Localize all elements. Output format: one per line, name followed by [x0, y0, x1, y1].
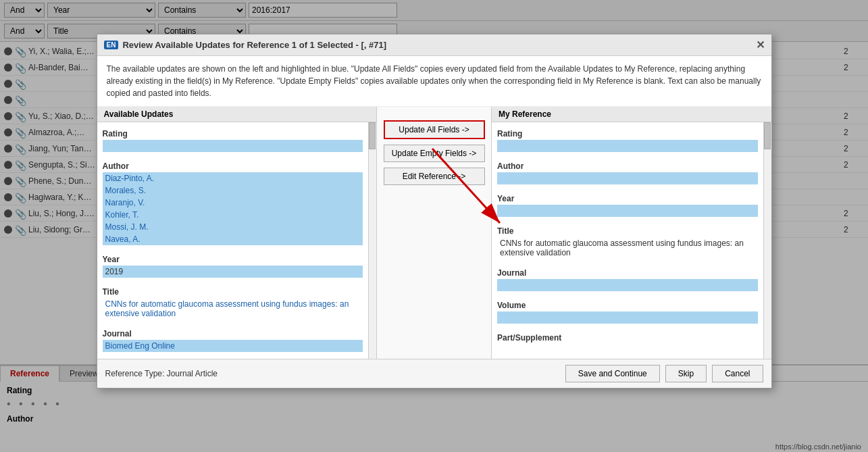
- modal-footer: Reference Type: Journal Article Save and…: [97, 359, 771, 388]
- available-updates-panel: Available Updates Rating Author Diaz: [97, 107, 378, 359]
- my-title-section: Title CNNs for automatic glaucoma assess…: [492, 220, 763, 261]
- available-panel-header: Available Updates: [97, 107, 377, 122]
- main-window: And Year Contains And Title Contains 📎 Y…: [0, 0, 868, 452]
- my-journal-value: [497, 279, 758, 291]
- my-rating-section: Rating: [492, 122, 763, 155]
- save-and-continue-button[interactable]: Save and Continue: [565, 365, 660, 382]
- my-rating-label: Rating: [497, 129, 758, 139]
- modal-title-bar: EN Review Available Updates for Referenc…: [97, 34, 771, 56]
- available-journal-value: Biomed Eng Online: [103, 340, 363, 352]
- available-title-value: CNNs for automatic glaucoma assessment u…: [103, 298, 363, 320]
- available-journal-section: Journal Biomed Eng Online: [97, 322, 369, 355]
- update-empty-fields-button[interactable]: Update Empty Fields ->: [384, 145, 485, 162]
- my-ref-panel-header: My Reference: [492, 107, 771, 122]
- modal-close-button[interactable]: ✕: [756, 39, 765, 51]
- footer-buttons: Save and Continue Skip Cancel: [565, 365, 763, 382]
- cancel-button[interactable]: Cancel: [712, 365, 763, 382]
- my-author-section: Author: [492, 155, 763, 187]
- ref-type-label: Reference Type: Journal Article: [105, 369, 218, 378]
- available-title-label: Title: [103, 287, 363, 297]
- my-ref-scrollbar[interactable]: [763, 122, 771, 359]
- my-volume-section: Volume: [492, 294, 763, 326]
- modal-dialog: EN Review Available Updates for Referenc…: [97, 34, 772, 388]
- available-journal-label: Journal: [103, 329, 363, 338]
- my-part-label: Part/Supplement: [497, 333, 758, 343]
- available-scrollbar[interactable]: [368, 122, 376, 359]
- my-reference-panel: My Reference Rating Author: [492, 107, 771, 359]
- modal-title-group: EN Review Available Updates for Referenc…: [104, 40, 387, 50]
- my-part-value: [497, 344, 758, 356]
- my-author-label: Author: [497, 161, 758, 171]
- my-journal-label: Journal: [497, 268, 758, 278]
- available-author-naranjo: Naranjo, V.: [103, 197, 363, 209]
- update-all-fields-button[interactable]: Update All Fields ->: [384, 120, 485, 139]
- my-volume-label: Volume: [497, 301, 758, 310]
- my-author-value: [497, 172, 758, 184]
- available-scrollable: Rating Author Diaz-Pinto, A. Morales, S.…: [97, 122, 377, 359]
- my-journal-section: Journal: [492, 261, 763, 294]
- available-rating-section: Rating: [97, 122, 369, 155]
- my-part-section: Part/Supplement: [492, 326, 763, 359]
- middle-buttons-panel: Update All Fields -> Update Empty Fields…: [377, 107, 492, 359]
- available-year-label: Year: [103, 255, 363, 264]
- available-rating-label: Rating: [103, 129, 363, 139]
- available-scroll-thumb: [369, 122, 376, 149]
- modal-description: The available updates are shown on the l…: [97, 56, 771, 107]
- my-volume-value: [497, 311, 758, 324]
- available-author-label: Author: [103, 161, 363, 171]
- my-year-label: Year: [497, 194, 758, 203]
- my-ref-panel-content: Rating Author Year: [492, 122, 763, 359]
- skip-button[interactable]: Skip: [665, 365, 707, 382]
- my-title-label: Title: [497, 226, 758, 236]
- available-year-section: Year 2019: [97, 248, 369, 280]
- edit-reference-button[interactable]: Edit Reference ->: [384, 168, 485, 185]
- endnote-logo: EN: [104, 41, 119, 49]
- my-ref-scrollable: Rating Author Year: [492, 122, 771, 359]
- available-author-mossi: Mossi, J. M.: [103, 221, 363, 233]
- my-year-value: [497, 205, 758, 217]
- available-author-section: Author Diaz-Pinto, A. Morales, S. Naranj…: [97, 155, 369, 248]
- modal-overlay: EN Review Available Updates for Referenc…: [0, 0, 868, 452]
- modal-body: Available Updates Rating Author Diaz: [97, 107, 771, 359]
- available-author-diaz: Diaz-Pinto, A.: [103, 172, 363, 184]
- my-ref-scroll-thumb: [764, 122, 771, 149]
- modal-title-text: Review Available Updates for Reference 1…: [122, 40, 386, 50]
- available-rating-value: [103, 140, 363, 152]
- available-author-navea: Navea, A.: [103, 233, 363, 245]
- my-title-value: CNNs for automatic glaucoma assessment u…: [497, 237, 758, 259]
- my-year-section: Year: [492, 187, 763, 220]
- available-author-kohler: Kohler, T.: [103, 209, 363, 221]
- available-author-morales: Morales, S.: [103, 184, 363, 197]
- available-panel-content: Rating Author Diaz-Pinto, A. Morales, S.…: [97, 122, 369, 359]
- my-rating-value: [497, 140, 758, 152]
- available-title-section: Title CNNs for automatic glaucoma assess…: [97, 280, 369, 322]
- available-year-value: 2019: [103, 266, 363, 278]
